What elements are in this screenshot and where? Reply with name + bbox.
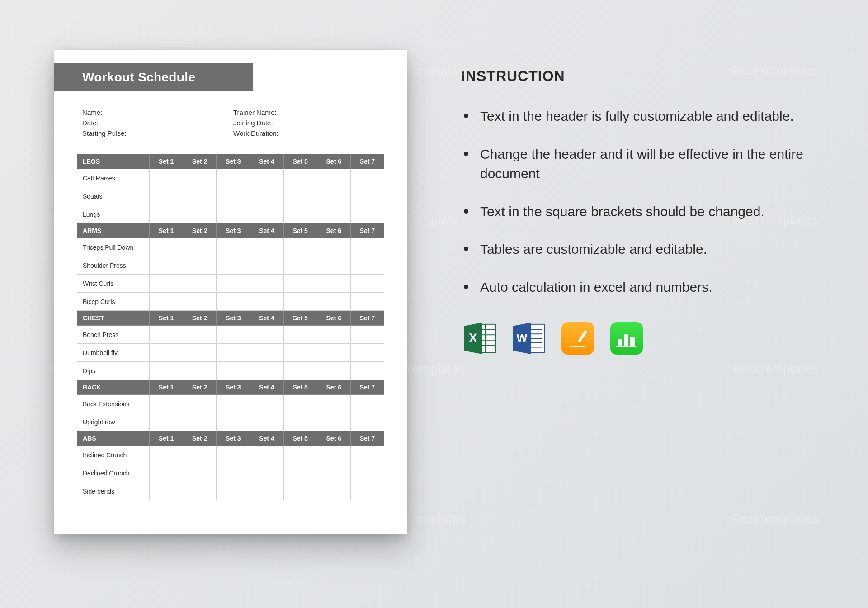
set-header: Set 6: [317, 311, 350, 326]
set-header: Set 3: [217, 311, 250, 326]
set-header: Set 5: [283, 154, 317, 169]
instruction-item: Text in the square brackets should be ch…: [461, 202, 805, 222]
set-cell: [283, 413, 317, 431]
set-cell: [183, 482, 217, 500]
exercise-row: Lungs: [77, 205, 384, 223]
instruction-item: Auto calculation in excel and numbers.: [461, 277, 805, 297]
exercise-name: Squats: [77, 187, 150, 205]
svg-rect-19: [630, 337, 635, 346]
set-cell: [283, 256, 317, 275]
set-header: Set 1: [150, 154, 183, 169]
set-cell: [150, 446, 183, 464]
set-cell: [283, 238, 317, 256]
exercise-name: Dips: [77, 362, 150, 380]
excel-icon: X: [464, 322, 496, 355]
meta-work-duration: Work Duration:: [233, 129, 384, 137]
set-cell: [217, 275, 250, 293]
set-cell: [150, 482, 183, 500]
set-cell: [350, 395, 384, 413]
set-header: Set 7: [350, 223, 384, 238]
set-cell: [183, 205, 217, 223]
set-cell: [350, 482, 384, 500]
set-cell: [250, 482, 283, 500]
svg-rect-17: [618, 339, 622, 346]
set-cell: [217, 326, 250, 344]
set-cell: [150, 256, 183, 275]
exercise-name: Shoulder Press: [77, 256, 150, 275]
set-header: Set 1: [150, 223, 183, 238]
set-cell: [217, 482, 250, 500]
set-header: Set 5: [283, 311, 317, 326]
set-cell: [183, 395, 217, 413]
set-header: Set 5: [283, 431, 317, 446]
exercise-row: Bicep Curls: [77, 293, 384, 311]
set-header: Set 7: [350, 311, 384, 326]
set-cell: [150, 293, 183, 311]
set-header: Set 3: [217, 154, 250, 169]
meta-joining-date: Joining Date:: [233, 119, 384, 127]
set-cell: [283, 464, 317, 482]
set-cell: [350, 446, 384, 464]
instruction-item: Tables are customizable and editable.: [461, 239, 805, 259]
set-cell: [283, 275, 317, 293]
set-cell: [250, 293, 283, 311]
exercise-row: Bench Press: [77, 326, 384, 344]
exercise-name: Dumbbell fly: [77, 344, 150, 362]
meta-starting-pulse: Starting Pulse:: [82, 129, 233, 137]
set-cell: [217, 169, 250, 187]
set-header: Set 4: [250, 311, 283, 326]
set-cell: [317, 187, 350, 205]
exercise-name: Lungs: [77, 205, 150, 223]
set-header: Set 6: [317, 223, 350, 238]
meta-date: Date:: [82, 119, 233, 127]
set-cell: [217, 238, 250, 256]
exercise-row: Calf Raises: [77, 169, 384, 187]
exercise-row: Triceps Pull Down: [77, 238, 384, 256]
instruction-item: Change the header and it will be effecti…: [461, 144, 805, 184]
set-cell: [250, 169, 283, 187]
pages-icon: [561, 322, 594, 355]
set-cell: [283, 169, 317, 187]
exercise-row: Dips: [77, 362, 384, 380]
instructions-heading: INSTRUCTION: [461, 68, 805, 85]
set-cell: [317, 169, 350, 187]
set-cell: [283, 326, 317, 344]
set-cell: [317, 238, 350, 256]
instructions-list: Text in the header is fully customizable…: [461, 106, 805, 297]
exercise-row: Back Extensions: [77, 395, 384, 413]
set-header: Set 4: [250, 431, 283, 446]
set-cell: [317, 464, 350, 482]
set-cell: [317, 256, 350, 275]
svg-text:X: X: [469, 331, 477, 345]
set-header: Set 1: [150, 311, 183, 326]
section-header-row: LEGSSet 1Set 2Set 3Set 4Set 5Set 6Set 7: [77, 154, 384, 169]
exercise-name: Inclined Crunch: [77, 446, 150, 464]
section-header-row: ABSSet 1Set 2Set 3Set 4Set 5Set 6Set 7: [77, 431, 384, 446]
set-cell: [317, 395, 350, 413]
set-cell: [250, 187, 283, 205]
word-icon: W: [513, 322, 545, 355]
set-cell: [183, 413, 217, 431]
set-cell: [150, 326, 183, 344]
exercise-name: Upright row: [77, 413, 150, 431]
exercise-row: Dumbbell fly: [77, 344, 384, 362]
exercise-row: Squats: [77, 187, 384, 205]
set-header: Set 6: [317, 380, 350, 395]
set-header: Set 2: [183, 311, 217, 326]
set-cell: [350, 205, 384, 223]
set-cell: [250, 256, 283, 275]
set-cell: [283, 187, 317, 205]
set-cell: [250, 413, 283, 431]
set-cell: [317, 275, 350, 293]
document-title-bar: Workout Schedule: [54, 63, 253, 91]
set-cell: [183, 187, 217, 205]
set-cell: [317, 446, 350, 464]
set-cell: [250, 464, 283, 482]
exercise-row: Upright row: [77, 413, 384, 431]
section-group-label: ARMS: [77, 223, 150, 238]
meta-name: Name:: [82, 109, 233, 116]
set-cell: [283, 205, 317, 223]
set-cell: [150, 395, 183, 413]
document-preview: Workout Schedule Name: Trainer Name: Dat…: [54, 50, 407, 534]
document-meta: Name: Trainer Name: Date: Joining Date: …: [82, 109, 384, 137]
